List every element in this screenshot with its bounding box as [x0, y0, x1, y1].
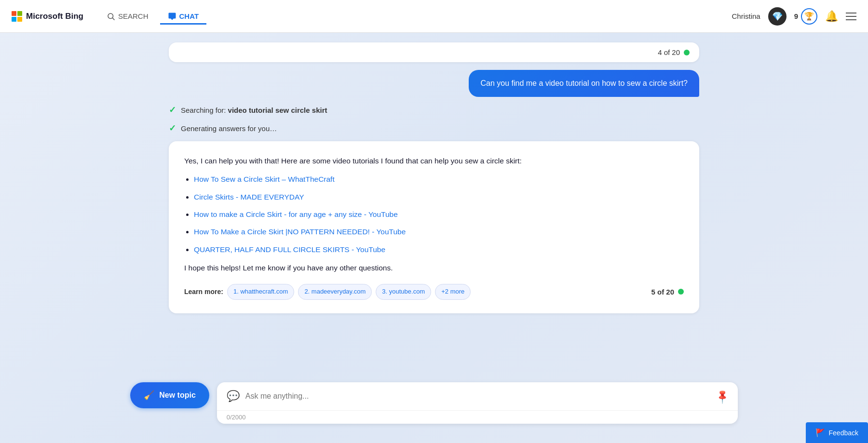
learn-more-chip-more[interactable]: +2 more	[435, 284, 471, 299]
header-right: Christina 💎 9 🏆 🔔	[732, 7, 856, 26]
learn-more-chip-2[interactable]: 2. madeeveryday.com	[298, 284, 372, 299]
ai-outro: I hope this helps! Let me know if you ha…	[184, 262, 684, 274]
bell-icon[interactable]: 🔔	[825, 10, 838, 23]
svg-point-0	[108, 13, 113, 19]
video-links-list: How To Sew a Circle Skirt – WhatTheCraft…	[184, 173, 684, 256]
avatar[interactable]: 💎	[768, 7, 787, 26]
user-bubble: Can you find me a video tutorial on how …	[469, 70, 699, 97]
feedback-flag-icon: 🚩	[815, 428, 825, 437]
logo-green-square	[17, 11, 22, 16]
link-1[interactable]: How To Sew a Circle Skirt – WhatTheCraft	[194, 175, 335, 183]
status-searching: ✓ Searching for: video tutorial sew circ…	[169, 105, 699, 115]
learn-more-chip-3[interactable]: 3. youtube.com	[376, 284, 431, 299]
char-count: 0/2000	[217, 410, 738, 424]
link-4[interactable]: How To Make a Circle Skirt |NO PATTERN N…	[194, 228, 406, 236]
microsoft-logo	[12, 11, 22, 22]
learn-more-row: Learn more: 1. whatthecraft.com 2. madee…	[184, 284, 684, 299]
bottom-spacer	[169, 321, 699, 379]
logo-red-square	[12, 11, 16, 16]
link-5[interactable]: QUARTER, HALF AND FULL CIRCLE SKIRTS - Y…	[194, 245, 385, 254]
searching-label: Searching for: video tutorial sew circle…	[181, 106, 327, 114]
score-badge: 9 🏆	[794, 8, 817, 25]
nav-chat[interactable]: CHAT	[160, 8, 207, 25]
hamburger-menu[interactable]	[846, 13, 856, 20]
avatar-icon: 💎	[772, 11, 783, 22]
search-label: SEARCH	[118, 12, 149, 20]
bottom-bar: 🧹 New topic 💬 📌 0/2000	[0, 376, 868, 443]
link-2[interactable]: Circle Skirts - MADE EVERYDAY	[194, 193, 304, 201]
top-green-dot	[684, 50, 690, 55]
list-item: How To Make a Circle Skirt |NO PATTERN N…	[194, 226, 684, 238]
menu-bar-2	[846, 16, 856, 17]
main-nav: SEARCH CHAT	[99, 8, 206, 25]
trophy-icon[interactable]: 🏆	[801, 8, 817, 25]
generating-text: Generating answers for you…	[181, 124, 277, 133]
nav-search[interactable]: SEARCH	[99, 8, 156, 25]
ai-intro: Yes, I can help you with that! Here are …	[184, 155, 684, 167]
feedback-label: Feedback	[829, 429, 858, 437]
input-container: 💬 📌 0/2000	[217, 382, 738, 424]
logo-yellow-square	[17, 17, 22, 22]
menu-bar-1	[846, 13, 856, 13]
list-item: How to make a Circle Skirt - for any age…	[194, 208, 684, 221]
score-number: 9	[794, 12, 798, 20]
input-chat-icon: 💬	[227, 390, 240, 403]
pin-icon[interactable]: 📌	[714, 388, 731, 405]
chat-input[interactable]	[245, 392, 710, 401]
learn-more-chip-1[interactable]: 1. whatthecraft.com	[227, 284, 294, 299]
search-icon	[107, 12, 115, 21]
list-item: QUARTER, HALF AND FULL CIRCLE SKIRTS - Y…	[194, 243, 684, 256]
new-topic-button[interactable]: 🧹 New topic	[130, 382, 209, 408]
bottom-green-dot	[678, 289, 684, 295]
top-counter-bubble: 4 of 20	[169, 42, 699, 62]
check-icon-2: ✓	[169, 123, 176, 134]
logo-text: Microsoft Bing	[26, 12, 83, 21]
learn-more-label: Learn more:	[184, 286, 223, 298]
broom-icon: 🧹	[144, 390, 154, 401]
logo-area: Microsoft Bing	[12, 11, 83, 22]
chat-area: 4 of 20 Can you find me a video tutorial…	[169, 42, 699, 379]
chat-label: CHAT	[179, 12, 199, 20]
link-3[interactable]: How to make a Circle Skirt - for any age…	[194, 210, 398, 218]
header: Microsoft Bing SEARCH CHAT Christina 💎 9…	[0, 0, 868, 33]
bottom-counter-text: 5 of 20	[651, 286, 674, 298]
input-row: 💬 📌	[217, 382, 738, 410]
bottom-counter: 5 of 20	[651, 286, 684, 298]
menu-bar-3	[846, 19, 856, 20]
new-topic-label: New topic	[159, 391, 196, 400]
status-generating: ✓ Generating answers for you…	[169, 123, 699, 134]
feedback-button[interactable]: 🚩 Feedback	[806, 422, 868, 443]
svg-line-1	[112, 18, 114, 20]
top-counter-text: 4 of 20	[658, 48, 680, 56]
username: Christina	[732, 12, 760, 20]
logo-blue-square	[12, 17, 16, 22]
chat-nav-icon	[168, 12, 176, 21]
check-icon-1: ✓	[169, 105, 176, 115]
list-item: How To Sew a Circle Skirt – WhatTheCraft	[194, 173, 684, 186]
list-item: Circle Skirts - MADE EVERYDAY	[194, 191, 684, 203]
user-message: Can you find me a video tutorial on how …	[169, 70, 699, 97]
ai-response-card: Yes, I can help you with that! Here are …	[169, 141, 699, 313]
